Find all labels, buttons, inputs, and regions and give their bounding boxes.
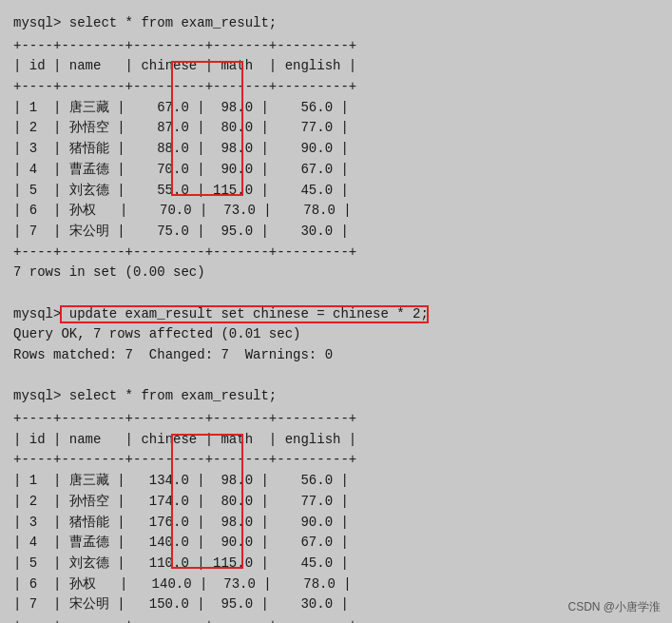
table1-row-4: | 4 | 曹孟德 | 70.0 | 90.0 | 67.0 | <box>13 160 356 181</box>
table2-row-4: | 4 | 曹孟德 | 140.0 | 90.0 | 67.0 | <box>13 533 356 554</box>
table1-row-2: | 2 | 孙悟空 | 87.0 | 80.0 | 77.0 | <box>13 118 356 139</box>
table1-row-3: | 3 | 猪悟能 | 88.0 | 98.0 | 90.0 | <box>13 139 356 160</box>
table2-header: | id | name | chinese | math | english | <box>13 430 356 451</box>
query1-line: mysql> select * from exam_result; <box>13 13 659 34</box>
table1-sep-mid: +----+--------+---------+-------+-------… <box>13 77 356 98</box>
rows-msg1: 7 rows in set (0.00 sec) <box>13 263 659 283</box>
brand: CSDN @小唐学淮 <box>567 599 661 615</box>
table2-row-3: | 3 | 猪悟能 | 176.0 | 98.0 | 90.0 | <box>13 513 356 534</box>
table2-row-5: | 5 | 刘玄德 | 110.0 | 115.0 | 45.0 | <box>13 554 356 574</box>
update-cmd-wrapper: mysql> update exam_result set chinese = … <box>13 304 429 325</box>
table1-sep-bot: +----+--------+---------+-------+-------… <box>13 243 356 263</box>
query-ok-line: Query OK, 7 rows affected (0.01 sec) <box>13 324 659 345</box>
table1-row-5: | 5 | 刘玄德 | 55.0 | 115.0 | 45.0 | <box>13 181 356 202</box>
table2-wrapper: +----+--------+---------+-------+-------… <box>13 409 356 623</box>
table1-wrapper: +----+--------+---------+-------+-------… <box>13 36 356 263</box>
update-cmd-line: mysql> update exam_result set chinese = … <box>13 304 429 325</box>
table2-row-7: | 7 | 宋公明 | 150.0 | 95.0 | 30.0 | <box>13 594 356 615</box>
query2-line: mysql> select * from exam_result; <box>13 386 659 407</box>
table2-sep-mid: +----+--------+---------+-------+-------… <box>13 450 356 471</box>
table1-sep-top: +----+--------+---------+-------+-------… <box>13 36 356 57</box>
table1-header: | id | name | chinese | math | english | <box>13 56 356 77</box>
table2-row-2: | 2 | 孙悟空 | 174.0 | 80.0 | 77.0 | <box>13 492 356 513</box>
rows-matched-line: Rows matched: 7 Changed: 7 Warnings: 0 <box>13 345 659 366</box>
table2-sep-bot: +----+--------+---------+-------+-------… <box>13 615 356 623</box>
terminal: mysql> select * from exam_result; +----+… <box>13 10 659 623</box>
table2-row-1: | 1 | 唐三藏 | 134.0 | 98.0 | 56.0 | <box>13 471 356 492</box>
table2-row-6: | 6 | 孙权 | 140.0 | 73.0 | 78.0 | <box>13 574 356 595</box>
table1-row-7: | 7 | 宋公明 | 75.0 | 95.0 | 30.0 | <box>13 222 356 243</box>
table1-row-6: | 6 | 孙权 | 70.0 | 73.0 | 78.0 | <box>13 201 356 222</box>
table1-row-1: | 1 | 唐三藏 | 67.0 | 98.0 | 56.0 | <box>13 98 356 119</box>
table2-sep-top: +----+--------+---------+-------+-------… <box>13 409 356 430</box>
